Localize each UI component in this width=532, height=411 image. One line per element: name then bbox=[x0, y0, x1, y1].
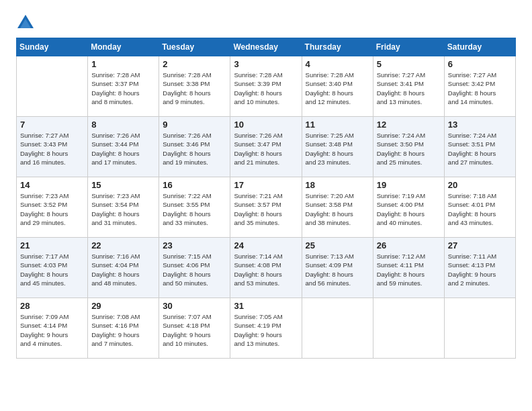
calendar-cell bbox=[302, 298, 373, 359]
calendar-cell: 27Sunrise: 7:11 AMSunset: 4:13 PMDayligh… bbox=[444, 238, 515, 298]
calendar-cell: 10Sunrise: 7:26 AMSunset: 3:47 PMDayligh… bbox=[230, 117, 302, 177]
day-info: Sunrise: 7:14 AMSunset: 4:08 PMDaylight:… bbox=[234, 252, 298, 287]
day-number: 13 bbox=[448, 120, 512, 130]
day-number: 7 bbox=[20, 120, 84, 130]
day-header-monday: Monday bbox=[88, 38, 159, 56]
day-info: Sunrise: 7:21 AMSunset: 3:57 PMDaylight:… bbox=[234, 191, 298, 227]
day-number: 9 bbox=[163, 120, 226, 130]
day-info: Sunrise: 7:26 AMSunset: 3:44 PMDaylight:… bbox=[91, 131, 155, 167]
day-number: 28 bbox=[20, 301, 84, 311]
day-info: Sunrise: 7:27 AMSunset: 3:43 PMDaylight:… bbox=[20, 131, 84, 167]
calendar-cell bbox=[17, 56, 88, 117]
day-info: Sunrise: 7:23 AMSunset: 3:52 PMDaylight:… bbox=[20, 191, 84, 227]
day-info: Sunrise: 7:26 AMSunset: 3:47 PMDaylight:… bbox=[234, 131, 298, 167]
day-header-wednesday: Wednesday bbox=[230, 38, 302, 56]
day-info: Sunrise: 7:08 AMSunset: 4:16 PMDaylight:… bbox=[91, 312, 155, 348]
calendar-cell: 4Sunrise: 7:28 AMSunset: 3:40 PMDaylight… bbox=[302, 56, 373, 117]
calendar-cell: 22Sunrise: 7:16 AMSunset: 4:04 PMDayligh… bbox=[88, 238, 159, 298]
calendar-cell: 19Sunrise: 7:19 AMSunset: 4:00 PMDayligh… bbox=[373, 177, 444, 238]
calendar-week-row: 28Sunrise: 7:09 AMSunset: 4:14 PMDayligh… bbox=[17, 298, 516, 359]
day-number: 11 bbox=[306, 120, 369, 130]
calendar-cell: 3Sunrise: 7:28 AMSunset: 3:39 PMDaylight… bbox=[230, 56, 302, 117]
day-info: Sunrise: 7:20 AMSunset: 3:58 PMDaylight:… bbox=[306, 191, 369, 227]
day-number: 21 bbox=[20, 240, 84, 250]
calendar-cell: 21Sunrise: 7:17 AMSunset: 4:03 PMDayligh… bbox=[17, 238, 88, 298]
day-info: Sunrise: 7:07 AMSunset: 4:18 PMDaylight:… bbox=[163, 312, 226, 348]
day-number: 22 bbox=[91, 240, 155, 250]
calendar: SundayMondayTuesdayWednesdayThursdayFrid… bbox=[16, 38, 516, 359]
day-info: Sunrise: 7:09 AMSunset: 4:14 PMDaylight:… bbox=[20, 312, 84, 348]
day-number: 29 bbox=[91, 301, 155, 311]
day-header-friday: Friday bbox=[373, 38, 444, 56]
calendar-cell: 7Sunrise: 7:27 AMSunset: 3:43 PMDaylight… bbox=[17, 117, 88, 177]
day-number: 12 bbox=[377, 120, 441, 130]
day-info: Sunrise: 7:17 AMSunset: 4:03 PMDaylight:… bbox=[20, 252, 84, 287]
day-info: Sunrise: 7:25 AMSunset: 3:48 PMDaylight:… bbox=[306, 131, 369, 167]
calendar-week-row: 14Sunrise: 7:23 AMSunset: 3:52 PMDayligh… bbox=[17, 177, 516, 238]
calendar-cell: 8Sunrise: 7:26 AMSunset: 3:44 PMDaylight… bbox=[88, 117, 159, 177]
calendar-cell: 17Sunrise: 7:21 AMSunset: 3:57 PMDayligh… bbox=[230, 177, 302, 238]
day-info: Sunrise: 7:24 AMSunset: 3:51 PMDaylight:… bbox=[448, 131, 512, 167]
calendar-week-row: 1Sunrise: 7:28 AMSunset: 3:37 PMDaylight… bbox=[17, 56, 516, 117]
calendar-cell: 1Sunrise: 7:28 AMSunset: 3:37 PMDaylight… bbox=[88, 56, 159, 117]
day-number: 1 bbox=[91, 59, 155, 69]
logo-icon bbox=[16, 13, 35, 32]
day-info: Sunrise: 7:11 AMSunset: 4:13 PMDaylight:… bbox=[448, 252, 512, 287]
day-header-saturday: Saturday bbox=[444, 38, 515, 56]
calendar-cell: 31Sunrise: 7:05 AMSunset: 4:19 PMDayligh… bbox=[230, 298, 302, 359]
calendar-cell: 26Sunrise: 7:12 AMSunset: 4:11 PMDayligh… bbox=[373, 238, 444, 298]
calendar-cell: 12Sunrise: 7:24 AMSunset: 3:50 PMDayligh… bbox=[373, 117, 444, 177]
calendar-cell: 20Sunrise: 7:18 AMSunset: 4:01 PMDayligh… bbox=[444, 177, 515, 238]
calendar-cell: 25Sunrise: 7:13 AMSunset: 4:09 PMDayligh… bbox=[302, 238, 373, 298]
day-number: 25 bbox=[306, 240, 369, 250]
calendar-cell: 18Sunrise: 7:20 AMSunset: 3:58 PMDayligh… bbox=[302, 177, 373, 238]
day-number: 16 bbox=[163, 180, 226, 190]
day-number: 31 bbox=[234, 301, 298, 311]
day-info: Sunrise: 7:23 AMSunset: 3:54 PMDaylight:… bbox=[91, 191, 155, 227]
day-info: Sunrise: 7:26 AMSunset: 3:46 PMDaylight:… bbox=[163, 131, 226, 167]
day-info: Sunrise: 7:19 AMSunset: 4:00 PMDaylight:… bbox=[377, 191, 441, 227]
day-info: Sunrise: 7:28 AMSunset: 3:38 PMDaylight:… bbox=[163, 71, 226, 106]
calendar-header-row: SundayMondayTuesdayWednesdayThursdayFrid… bbox=[17, 38, 516, 56]
day-info: Sunrise: 7:18 AMSunset: 4:01 PMDaylight:… bbox=[448, 191, 512, 227]
calendar-cell: 14Sunrise: 7:23 AMSunset: 3:52 PMDayligh… bbox=[17, 177, 88, 238]
day-number: 5 bbox=[377, 59, 441, 69]
day-number: 19 bbox=[377, 180, 441, 190]
calendar-cell: 11Sunrise: 7:25 AMSunset: 3:48 PMDayligh… bbox=[302, 117, 373, 177]
logo bbox=[16, 13, 36, 32]
calendar-cell: 23Sunrise: 7:15 AMSunset: 4:06 PMDayligh… bbox=[159, 238, 230, 298]
calendar-cell bbox=[373, 298, 444, 359]
day-info: Sunrise: 7:28 AMSunset: 3:39 PMDaylight:… bbox=[234, 71, 298, 106]
calendar-cell: 16Sunrise: 7:22 AMSunset: 3:55 PMDayligh… bbox=[159, 177, 230, 238]
calendar-cell: 30Sunrise: 7:07 AMSunset: 4:18 PMDayligh… bbox=[159, 298, 230, 359]
day-info: Sunrise: 7:12 AMSunset: 4:11 PMDaylight:… bbox=[377, 252, 441, 287]
day-header-sunday: Sunday bbox=[17, 38, 88, 56]
day-number: 30 bbox=[163, 301, 226, 311]
day-number: 14 bbox=[20, 180, 84, 190]
calendar-cell: 5Sunrise: 7:27 AMSunset: 3:41 PMDaylight… bbox=[373, 56, 444, 117]
page-header bbox=[16, 13, 516, 32]
day-number: 18 bbox=[306, 180, 369, 190]
day-info: Sunrise: 7:27 AMSunset: 3:42 PMDaylight:… bbox=[448, 71, 512, 106]
day-number: 6 bbox=[448, 59, 512, 69]
day-number: 4 bbox=[306, 59, 369, 69]
day-number: 2 bbox=[163, 59, 226, 69]
day-info: Sunrise: 7:27 AMSunset: 3:41 PMDaylight:… bbox=[377, 71, 441, 106]
day-number: 24 bbox=[234, 240, 298, 250]
day-number: 17 bbox=[234, 180, 298, 190]
day-number: 26 bbox=[377, 240, 441, 250]
day-info: Sunrise: 7:24 AMSunset: 3:50 PMDaylight:… bbox=[377, 131, 441, 167]
calendar-cell: 13Sunrise: 7:24 AMSunset: 3:51 PMDayligh… bbox=[444, 117, 515, 177]
day-number: 23 bbox=[163, 240, 226, 250]
day-info: Sunrise: 7:28 AMSunset: 3:40 PMDaylight:… bbox=[306, 71, 369, 106]
calendar-cell: 2Sunrise: 7:28 AMSunset: 3:38 PMDaylight… bbox=[159, 56, 230, 117]
day-info: Sunrise: 7:15 AMSunset: 4:06 PMDaylight:… bbox=[163, 252, 226, 287]
calendar-cell: 9Sunrise: 7:26 AMSunset: 3:46 PMDaylight… bbox=[159, 117, 230, 177]
calendar-cell bbox=[444, 298, 515, 359]
day-info: Sunrise: 7:22 AMSunset: 3:55 PMDaylight:… bbox=[163, 191, 226, 227]
calendar-cell: 29Sunrise: 7:08 AMSunset: 4:16 PMDayligh… bbox=[88, 298, 159, 359]
day-number: 27 bbox=[448, 240, 512, 250]
day-number: 15 bbox=[91, 180, 155, 190]
calendar-body: 1Sunrise: 7:28 AMSunset: 3:37 PMDaylight… bbox=[17, 56, 516, 359]
day-number: 10 bbox=[234, 120, 298, 130]
